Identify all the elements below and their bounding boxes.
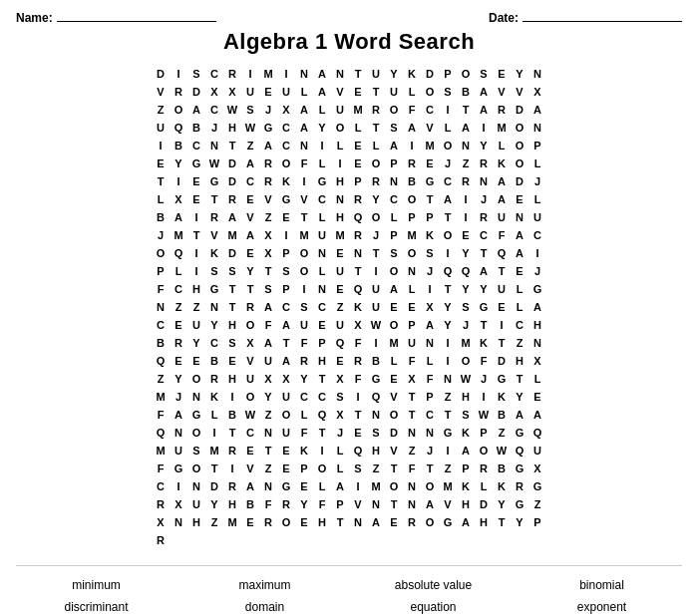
grid-cell: Z bbox=[152, 370, 170, 388]
grid-cell: P bbox=[385, 226, 403, 244]
grid-cell: G bbox=[170, 460, 187, 477]
grid-cell: Q bbox=[152, 424, 170, 442]
grid-cell: Q bbox=[367, 388, 385, 406]
grid-cell: F bbox=[259, 316, 277, 334]
grid-cell: T bbox=[349, 406, 367, 424]
grid-cell: U bbox=[152, 119, 170, 137]
grid-cell: Y bbox=[205, 316, 223, 334]
grid-cell: T bbox=[457, 101, 475, 119]
grid-cell: R bbox=[349, 190, 367, 208]
grid-cell: A bbox=[277, 316, 295, 334]
grid-cell: Q bbox=[349, 208, 367, 226]
grid-cell: T bbox=[421, 460, 439, 477]
grid-cell: I bbox=[493, 316, 511, 334]
word-item: domain bbox=[184, 598, 345, 616]
grid-cell: G bbox=[187, 154, 205, 172]
grid-cell: I bbox=[187, 244, 205, 262]
grid-cell: E bbox=[421, 154, 439, 172]
grid-cell: X bbox=[259, 370, 277, 388]
grid-cell: Z bbox=[170, 298, 187, 316]
grid-cell: N bbox=[528, 65, 546, 83]
grid-cell: O bbox=[187, 460, 205, 477]
grid-cell: F bbox=[313, 495, 331, 513]
grid-cell: A bbox=[475, 83, 493, 101]
grid-cell: I bbox=[403, 137, 421, 154]
grid-cell: Y bbox=[385, 65, 403, 83]
grid-cell: F bbox=[152, 460, 170, 477]
grid-cell: R bbox=[475, 154, 493, 172]
grid-cell: J bbox=[152, 226, 170, 244]
grid-cell: T bbox=[439, 208, 457, 226]
grid-cell: I bbox=[295, 172, 313, 190]
grid-cell: L bbox=[331, 460, 349, 477]
grid-cell: P bbox=[403, 208, 421, 226]
grid-cell: W bbox=[493, 442, 511, 460]
word-item: minimum bbox=[16, 576, 176, 594]
grid-cell: C bbox=[241, 172, 259, 190]
grid-cell: L bbox=[385, 208, 403, 226]
word-item: equation bbox=[353, 598, 514, 616]
grid-cell: V bbox=[385, 442, 403, 460]
grid-cell: U bbox=[385, 83, 403, 101]
grid-cell: Y bbox=[475, 280, 493, 298]
grid-cell: Z bbox=[205, 513, 223, 531]
grid-cell: A bbox=[259, 334, 277, 352]
grid-cell: O bbox=[367, 208, 385, 226]
grid-cell: Y bbox=[439, 298, 457, 316]
grid-cell: U bbox=[277, 83, 295, 101]
grid-cell: I bbox=[457, 190, 475, 208]
grid-cell: K bbox=[205, 388, 223, 406]
grid-cell: X bbox=[223, 83, 241, 101]
grid-cell: H bbox=[367, 442, 385, 460]
grid-cell: E bbox=[331, 280, 349, 298]
word-item: discriminant bbox=[16, 598, 176, 616]
grid-cell: V bbox=[493, 83, 511, 101]
grid-cell: R bbox=[277, 495, 295, 513]
grid-cell: Z bbox=[528, 495, 546, 513]
grid-cell: A bbox=[475, 101, 493, 119]
grid-cell: I bbox=[475, 388, 493, 406]
grid-cell: O bbox=[241, 388, 259, 406]
grid-cell: G bbox=[511, 460, 528, 477]
grid-cell: G bbox=[205, 280, 223, 298]
grid-cell: W bbox=[205, 154, 223, 172]
grid-cell: P bbox=[277, 244, 295, 262]
grid-cell: A bbox=[528, 101, 546, 119]
grid-cell: L bbox=[313, 101, 331, 119]
grid-cell: M bbox=[170, 226, 187, 244]
grid-cell: G bbox=[259, 119, 277, 137]
grid-cell: U bbox=[528, 442, 546, 460]
grid-cell: S bbox=[295, 298, 313, 316]
grid-cell: M bbox=[403, 226, 421, 244]
grid-cell: H bbox=[223, 316, 241, 334]
grid-cell: T bbox=[493, 262, 511, 280]
grid-cell: Y bbox=[493, 495, 511, 513]
grid-cell: C bbox=[277, 298, 295, 316]
grid-cell: C bbox=[241, 424, 259, 442]
grid-cell: A bbox=[511, 406, 528, 424]
grid-cell: E bbox=[349, 424, 367, 442]
grid-cell: I bbox=[313, 137, 331, 154]
grid-cell: G bbox=[367, 370, 385, 388]
grid-cell: D bbox=[421, 65, 439, 83]
grid-cell: N bbox=[475, 172, 493, 190]
grid-cell: Z bbox=[457, 154, 475, 172]
grid-cell: V bbox=[385, 388, 403, 406]
grid-cell: U bbox=[493, 280, 511, 298]
grid-cell: T bbox=[403, 388, 421, 406]
grid-cell: N bbox=[403, 495, 421, 513]
grid-cell: H bbox=[457, 388, 475, 406]
grid-cell: U bbox=[331, 101, 349, 119]
grid-cell: F bbox=[403, 101, 421, 119]
grid-cell: Y bbox=[259, 388, 277, 406]
grid-cell: R bbox=[475, 208, 493, 226]
grid-cell: S bbox=[439, 83, 457, 101]
grid-cell: C bbox=[313, 190, 331, 208]
grid-cell: A bbox=[421, 495, 439, 513]
grid-cell: S bbox=[187, 442, 205, 460]
grid-cell: O bbox=[457, 65, 475, 83]
grid-cell: E bbox=[187, 172, 205, 190]
grid-cell: F bbox=[403, 460, 421, 477]
grid-cell: A bbox=[241, 154, 259, 172]
grid-cell: B bbox=[493, 406, 511, 424]
